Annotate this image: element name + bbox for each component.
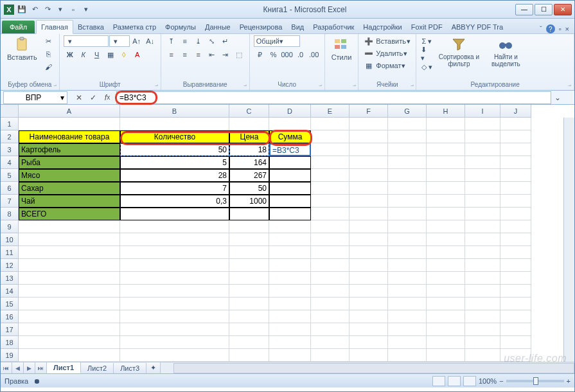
column-header[interactable]: E	[311, 105, 349, 118]
cell[interactable]	[500, 310, 531, 323]
window-restore-icon[interactable]: ▫	[559, 25, 562, 33]
cell[interactable]	[269, 272, 311, 285]
align-top-icon[interactable]: ⤒	[165, 35, 178, 47]
view-normal-icon[interactable]	[432, 376, 445, 386]
cell[interactable]	[349, 208, 388, 220]
cell[interactable]	[465, 336, 500, 349]
cell[interactable]: Мясо	[19, 169, 120, 182]
sort-filter-button[interactable]: Сортировка и фильтр	[436, 35, 482, 69]
zoom-out-icon[interactable]: −	[499, 377, 503, 385]
cell[interactable]	[19, 220, 120, 233]
cell[interactable]	[465, 310, 500, 323]
fill-icon[interactable]: ⬇ ▾	[420, 48, 433, 60]
vertical-scrollbar[interactable]	[563, 118, 574, 362]
column-header[interactable]: F	[349, 105, 388, 118]
cell[interactable]	[120, 118, 229, 130]
font-name-select[interactable]: ▾	[64, 35, 109, 47]
cell[interactable]	[500, 336, 531, 349]
qat-more-icon[interactable]: ▾	[55, 4, 66, 15]
row-header[interactable]: 12	[1, 259, 19, 272]
cell[interactable]	[120, 323, 229, 336]
row-header[interactable]: 17	[1, 323, 19, 336]
align-bottom-icon[interactable]: ⤓	[192, 35, 205, 47]
wrap-text-icon[interactable]: ↵	[219, 35, 232, 47]
cell[interactable]	[427, 130, 465, 143]
cell[interactable]	[120, 349, 229, 362]
percent-icon[interactable]: %	[267, 49, 280, 60]
cell[interactable]	[120, 259, 229, 272]
cell[interactable]	[120, 310, 229, 323]
column-header[interactable]: B	[120, 105, 229, 118]
cell[interactable]: 1000	[229, 195, 269, 208]
name-box[interactable]: ВПР▾	[3, 91, 67, 104]
row-header[interactable]: 9	[1, 220, 19, 233]
qat-dropdown-icon[interactable]: ▾	[80, 4, 92, 15]
cell[interactable]	[229, 336, 269, 349]
cell[interactable]	[427, 143, 465, 156]
cell[interactable]	[388, 323, 427, 336]
cell[interactable]: 267	[229, 169, 269, 182]
cell[interactable]	[229, 349, 269, 362]
tab-abbyy[interactable]: ABBYY PDF Tra	[447, 21, 508, 33]
tab-insert[interactable]: Вставка	[73, 21, 109, 33]
cell[interactable]	[229, 233, 269, 246]
maximize-button[interactable]: ☐	[535, 4, 553, 15]
cell[interactable]	[427, 310, 465, 323]
cell[interactable]	[311, 169, 349, 182]
cell[interactable]	[349, 130, 388, 143]
cell[interactable]	[388, 220, 427, 233]
cell[interactable]: 28	[120, 169, 229, 182]
cell[interactable]	[349, 220, 388, 233]
row-header[interactable]: 7	[1, 195, 19, 208]
cell[interactable]: Картофель	[19, 143, 120, 156]
cell[interactable]	[500, 130, 531, 143]
clear-icon[interactable]: ◇ ▾	[420, 61, 433, 73]
cell[interactable]	[229, 298, 269, 310]
cell[interactable]	[19, 336, 120, 349]
tab-data[interactable]: Данные	[200, 21, 235, 33]
row-header[interactable]: 8	[1, 208, 19, 220]
cell[interactable]	[465, 220, 500, 233]
cell[interactable]	[427, 169, 465, 182]
cell[interactable]	[427, 156, 465, 169]
cell[interactable]	[269, 349, 311, 362]
cell[interactable]	[388, 272, 427, 285]
find-select-button[interactable]: Найти и выделить	[484, 35, 527, 69]
cell[interactable]	[500, 285, 531, 298]
cell[interactable]	[500, 298, 531, 310]
cell[interactable]	[465, 259, 500, 272]
tab-layout[interactable]: Разметка стр	[109, 21, 161, 33]
cell[interactable]	[311, 182, 349, 195]
window-close-icon[interactable]: ×	[565, 25, 569, 33]
paste-button[interactable]: Вставить	[4, 35, 40, 62]
cell[interactable]	[349, 143, 388, 156]
row-header[interactable]: 16	[1, 310, 19, 323]
cell[interactable]	[349, 118, 388, 130]
cell[interactable]	[427, 195, 465, 208]
cell[interactable]	[311, 208, 349, 220]
cell[interactable]	[388, 208, 427, 220]
cell[interactable]	[465, 118, 500, 130]
cell[interactable]	[465, 349, 500, 362]
cell[interactable]	[349, 298, 388, 310]
cell[interactable]	[19, 285, 120, 298]
cell[interactable]	[427, 118, 465, 130]
cell[interactable]	[19, 298, 120, 310]
cell[interactable]	[465, 285, 500, 298]
cell[interactable]	[349, 285, 388, 298]
cell[interactable]	[229, 310, 269, 323]
cell[interactable]	[465, 169, 500, 182]
cell[interactable]	[388, 298, 427, 310]
redo-icon[interactable]: ↷	[42, 4, 53, 15]
cell[interactable]	[311, 272, 349, 285]
cell[interactable]	[427, 259, 465, 272]
cell[interactable]	[500, 143, 531, 156]
help-icon[interactable]: ?	[546, 24, 555, 33]
cut-icon[interactable]: ✂	[42, 35, 55, 47]
cell[interactable]	[120, 298, 229, 310]
styles-button[interactable]: Стили	[329, 35, 355, 62]
cell[interactable]	[427, 349, 465, 362]
cell[interactable]	[500, 246, 531, 259]
cell[interactable]	[229, 220, 269, 233]
cell[interactable]	[388, 233, 427, 246]
